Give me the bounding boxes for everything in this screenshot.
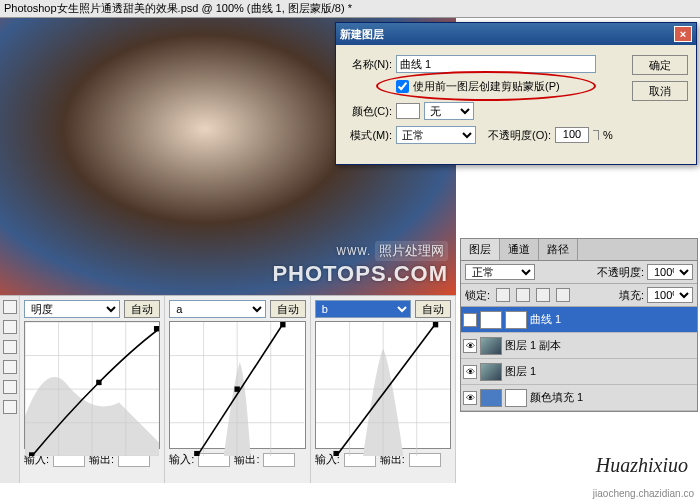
- layer-name: 曲线 1: [530, 312, 561, 327]
- mode-label: 模式(M):: [344, 128, 392, 143]
- layer-thumb-icon: [480, 311, 502, 329]
- svg-rect-7: [433, 322, 438, 327]
- ok-button[interactable]: 确定: [632, 55, 688, 75]
- curve-graph-lightness[interactable]: [24, 321, 160, 449]
- curve-graph-a[interactable]: [169, 321, 305, 449]
- curve-graph-b[interactable]: [315, 321, 451, 449]
- eyedropper-minus-icon[interactable]: [3, 340, 17, 354]
- svg-rect-4: [235, 386, 240, 391]
- svg-rect-0: [29, 452, 34, 456]
- document-title-bar: Photoshop女生照片通透甜美的效果.psd @ 100% (曲线 1, 图…: [0, 0, 700, 18]
- curves-adjustment-strip: 明度 自动 输入:输出: a 自动 输入:输出:: [0, 295, 456, 483]
- channel-select-a[interactable]: a: [169, 300, 265, 318]
- document-title: Photoshop女生照片通透甜美的效果.psd @ 100% (曲线 1, 图…: [4, 1, 352, 16]
- layer-row-layer1[interactable]: 👁 图层 1: [461, 359, 697, 385]
- pencil-icon[interactable]: [3, 360, 17, 374]
- opacity-label: 不透明度:: [597, 266, 644, 278]
- tab-layers[interactable]: 图层: [461, 239, 500, 260]
- mode-select[interactable]: 正常: [396, 126, 476, 144]
- tab-paths[interactable]: 路径: [539, 239, 578, 260]
- svg-rect-5: [280, 322, 285, 327]
- close-icon[interactable]: ×: [674, 26, 692, 42]
- curve-icon[interactable]: [3, 400, 17, 414]
- auto-button[interactable]: 自动: [415, 300, 451, 318]
- layer-mask-thumb: [505, 389, 527, 407]
- svg-rect-2: [154, 326, 159, 331]
- name-label: 名称(N):: [344, 57, 392, 72]
- svg-rect-3: [195, 451, 200, 456]
- channel-select-b[interactable]: b: [315, 300, 411, 318]
- layer-mask-thumb: [505, 311, 527, 329]
- opacity-unit: %: [603, 129, 613, 141]
- layer-opacity-input[interactable]: 100%: [647, 264, 693, 280]
- tab-channels[interactable]: 通道: [500, 239, 539, 260]
- layer-thumb-icon: [480, 389, 502, 407]
- layer-name: 图层 1 副本: [505, 338, 561, 353]
- auto-button[interactable]: 自动: [270, 300, 306, 318]
- opacity-slider-icon[interactable]: [593, 130, 599, 140]
- name-input[interactable]: [396, 55, 596, 73]
- watermark: WWW.照片处理网 PHOTOPS.COM: [272, 241, 448, 287]
- blend-mode-select[interactable]: 正常: [465, 264, 535, 280]
- fill-input[interactable]: 100%: [647, 287, 693, 303]
- curve-panel-a: a 自动 输入:输出:: [165, 296, 310, 483]
- color-select[interactable]: 无: [424, 102, 474, 120]
- layers-panel: 图层 通道 路径 正常 不透明度: 100% 锁定: 填充: 100% 👁 曲线…: [460, 238, 698, 412]
- auto-button[interactable]: 自动: [124, 300, 160, 318]
- svg-rect-6: [333, 451, 338, 456]
- lock-position-icon[interactable]: [536, 288, 550, 302]
- visibility-icon[interactable]: 👁: [463, 313, 477, 327]
- visibility-icon[interactable]: 👁: [463, 339, 477, 353]
- opacity-label: 不透明度(O):: [488, 128, 551, 143]
- layer-thumb-icon: [480, 363, 502, 381]
- color-swatch[interactable]: [396, 103, 420, 119]
- clip-mask-label: 使用前一图层创建剪贴蒙版(P): [413, 79, 560, 94]
- channel-select-lightness[interactable]: 明度: [24, 300, 120, 318]
- layer-row-copy[interactable]: 👁 图层 1 副本: [461, 333, 697, 359]
- eyedropper-icon[interactable]: [3, 300, 17, 314]
- layer-name: 图层 1: [505, 364, 536, 379]
- opacity-input[interactable]: 100: [555, 127, 589, 143]
- lock-pixels-icon[interactable]: [516, 288, 530, 302]
- panel-tabs: 图层 通道 路径: [461, 239, 697, 261]
- lock-all-icon[interactable]: [556, 288, 570, 302]
- color-label: 颜色(C):: [344, 104, 392, 119]
- layer-thumb-icon: [480, 337, 502, 355]
- dialog-title-bar[interactable]: 新建图层 ×: [336, 23, 696, 45]
- new-layer-dialog: 新建图层 × 确定 取消 名称(N): 使用前一图层创建剪贴蒙版(P) 颜色(C…: [335, 22, 697, 165]
- layer-row-colorfill[interactable]: 👁 颜色填充 1: [461, 385, 697, 411]
- layer-name: 颜色填充 1: [530, 390, 583, 405]
- layer-list: 👁 曲线 1 👁 图层 1 副本 👁 图层 1 👁 颜色填充 1: [461, 307, 697, 411]
- curve-panel-b: b 自动 输入:输出:: [311, 296, 456, 483]
- smooth-icon[interactable]: [3, 380, 17, 394]
- dialog-title: 新建图层: [340, 27, 384, 42]
- layer-row-curves-1[interactable]: 👁 曲线 1: [461, 307, 697, 333]
- lock-label: 锁定:: [465, 288, 490, 303]
- eyedropper-plus-icon[interactable]: [3, 320, 17, 334]
- signature: Huazhixiuo: [596, 454, 688, 477]
- svg-rect-1: [96, 380, 101, 385]
- lock-transparency-icon[interactable]: [496, 288, 510, 302]
- curves-tools: [0, 296, 20, 483]
- curve-panel-lightness: 明度 自动 输入:输出:: [20, 296, 165, 483]
- visibility-icon[interactable]: 👁: [463, 391, 477, 405]
- fill-label: 填充:: [619, 289, 644, 301]
- footer-credit: jiaocheng.chazidian.co: [0, 486, 700, 501]
- visibility-icon[interactable]: 👁: [463, 365, 477, 379]
- clip-mask-checkbox[interactable]: [396, 80, 409, 93]
